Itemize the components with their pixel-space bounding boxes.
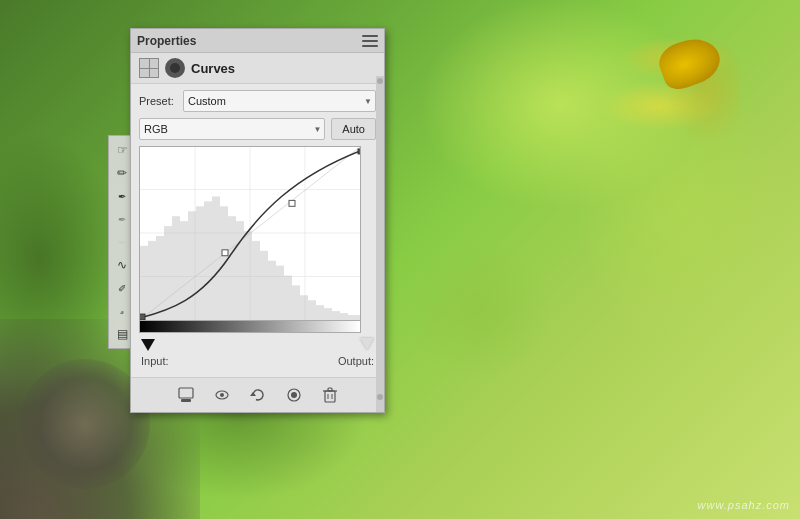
view-previous-button[interactable] [211,384,233,406]
fish-area [540,10,740,190]
scroll-thumb-bottom [377,394,383,400]
point-sliders [139,339,376,351]
svg-rect-9 [156,236,164,320]
grid-cell-1 [140,59,149,68]
clip-icon [177,386,195,404]
svg-rect-33 [348,315,360,320]
gradient-bar [139,321,361,333]
svg-point-44 [291,392,297,398]
histogram-tool[interactable]: ▤ [112,324,132,344]
output-label: Output: [338,355,374,367]
eyedropper-white-tool[interactable]: ✒ [112,232,132,252]
preset-row: Preset: Custom Default Strong Contrast L… [139,90,376,112]
svg-rect-16 [212,196,220,320]
svg-rect-30 [324,308,332,320]
svg-marker-42 [250,392,256,396]
curve-adjust-tool[interactable]: ∿ [112,255,132,275]
curves-svg [140,147,360,320]
curves-graph[interactable] [139,146,361,321]
pencil-draw-tool[interactable]: ✐ [112,278,132,298]
visibility-icon [285,386,303,404]
grid-cell-2 [150,59,159,68]
bottom-toolbar [131,377,384,412]
grid-cell-3 [140,69,149,78]
rgb-select-wrapper[interactable]: RGB Red Green Blue [139,118,325,140]
panel-scrollbar[interactable] [376,76,384,412]
svg-rect-45 [325,391,335,402]
svg-rect-22 [260,251,268,320]
svg-point-41 [220,393,224,397]
menu-line-1 [362,35,378,37]
svg-rect-19 [236,221,244,320]
menu-line-2 [362,40,378,42]
panel-titlebar: Properties [131,29,384,53]
fish-tail [580,10,740,170]
toggle-visibility-button[interactable] [283,384,305,406]
clip-to-layers-button[interactable] [175,384,197,406]
preset-select-wrapper[interactable]: Custom Default Strong Contrast Linear Co… [183,90,376,112]
svg-rect-10 [164,226,172,320]
smooth-tool[interactable]: ₐ [112,301,132,321]
svg-rect-35 [289,200,295,206]
svg-rect-12 [180,221,188,320]
pencil-tool[interactable]: ✏ [112,163,132,183]
properties-panel: Properties Curves Preset: Custom [130,28,385,413]
svg-rect-21 [252,241,260,320]
svg-rect-38 [179,388,193,398]
svg-rect-36 [140,314,145,320]
svg-rect-23 [268,261,276,320]
svg-rect-25 [284,276,292,320]
delete-button[interactable] [319,384,341,406]
white-point-triangle[interactable] [360,339,374,351]
rgb-row: RGB Red Green Blue Auto [139,118,376,140]
svg-rect-14 [196,206,204,320]
panel-title: Properties [137,34,196,48]
svg-rect-27 [300,295,308,320]
curves-header: Curves [131,53,384,84]
svg-rect-32 [340,313,348,320]
svg-rect-31 [332,311,340,320]
menu-line-3 [362,45,378,47]
eyedropper-black-tool[interactable]: ✒ [112,186,132,206]
preset-label: Preset: [139,95,177,107]
eye-icon [213,386,231,404]
grid-cell-4 [150,69,159,78]
input-label: Input: [141,355,169,367]
svg-rect-26 [292,285,300,320]
svg-rect-15 [204,201,212,320]
svg-rect-34 [222,250,228,256]
panel-menu-button[interactable] [362,35,378,47]
rgb-select[interactable]: RGB Red Green Blue [139,118,325,140]
curves-circle-icon [165,58,185,78]
watermark: www.psahz.com [698,499,790,511]
eyedropper-mid-tool[interactable]: ✒ [112,209,132,229]
svg-rect-29 [316,305,324,320]
curves-title: Curves [191,61,235,76]
svg-rect-13 [188,211,196,320]
reset-button[interactable] [247,384,269,406]
grid-icon [139,58,159,78]
svg-rect-7 [140,246,148,320]
trash-icon [321,386,339,404]
svg-rect-37 [358,149,360,154]
preset-select[interactable]: Custom Default Strong Contrast Linear Co… [183,90,376,112]
panel-body: Preset: Custom Default Strong Contrast L… [131,84,384,377]
svg-rect-24 [276,266,284,320]
svg-rect-20 [244,231,252,320]
graph-container [139,146,376,333]
io-labels-row: Input: Output: [139,355,376,367]
finger-tool[interactable]: ☞ [112,140,132,160]
auto-button[interactable]: Auto [331,118,376,140]
reset-icon [249,386,267,404]
svg-rect-47 [328,388,332,391]
svg-rect-18 [228,216,236,320]
svg-rect-39 [181,399,191,402]
svg-rect-28 [308,300,316,320]
svg-rect-8 [148,241,156,320]
scroll-thumb-top [377,78,383,84]
black-point-triangle[interactable] [141,339,155,351]
